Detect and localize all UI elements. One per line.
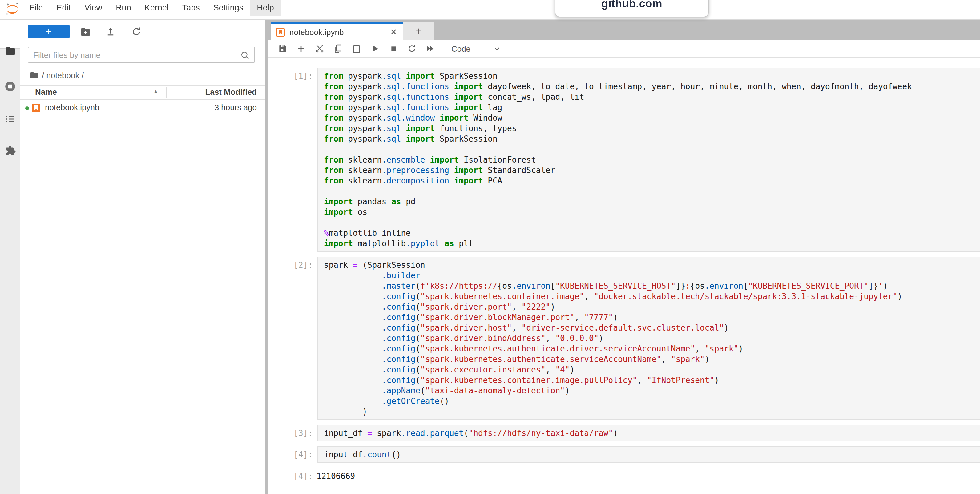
upload-button[interactable]	[105, 27, 116, 38]
code-cell: [3]:input_df = spark.read.parquet("hdfs:…	[268, 425, 980, 442]
code-line: input_df = spark.read.parquet("hdfs://hd…	[324, 428, 980, 438]
paste-icon	[352, 44, 361, 54]
notebook-cells-area: [1]:from pyspark.sql import SparkSession…	[268, 58, 980, 494]
code-line: from sklearn.preprocessing import Standa…	[324, 165, 980, 175]
code-line	[324, 217, 980, 228]
code-line: .config("spark.driver.blockManager.port"…	[324, 312, 980, 322]
copy-icon	[333, 44, 343, 54]
input-prompt: [2]:	[268, 257, 317, 420]
paste-cells-button[interactable]	[352, 44, 361, 54]
menu-item-tabs[interactable]: Tabs	[175, 0, 207, 16]
cell-editor[interactable]: spark = (SparkSession .builder .master(f…	[317, 257, 980, 420]
refresh-file-list-button[interactable]	[130, 27, 142, 38]
code-line: .config("spark.kubernetes.container.imag…	[324, 291, 980, 302]
main-layout: +	[0, 20, 980, 494]
popup-domain-text: github.com	[601, 0, 662, 10]
code-line: .master(f'k8s://https://{os.environ["KUB…	[324, 281, 980, 291]
restart-icon	[407, 44, 417, 54]
notebook-tab-icon	[276, 27, 285, 37]
code-line: from sklearn.ensemble import IsolationFo…	[324, 154, 980, 165]
column-header-name[interactable]: Name	[35, 87, 57, 97]
stop-circle-icon	[4, 80, 16, 92]
menu-item-file[interactable]: File	[23, 0, 50, 16]
menu-item-kernel[interactable]: Kernel	[138, 0, 175, 16]
filter-files-box	[28, 47, 255, 63]
code-line: from pyspark.sql import functions, types	[324, 123, 980, 133]
sidebar-tab-file-browser[interactable]	[0, 41, 20, 61]
jupyterlab-window: File Edit View Run Kernel Tabs Settings …	[0, 0, 980, 494]
plus-icon	[296, 44, 306, 54]
panel-resizer[interactable]	[266, 20, 268, 494]
cell-editor[interactable]: input_df = spark.read.parquet("hdfs://hd…	[317, 425, 980, 442]
run-cell-button[interactable]	[370, 44, 380, 54]
code-line: import os	[324, 207, 980, 217]
code-line: .getOrCreate()	[324, 396, 980, 406]
input-prompt: [4]:	[268, 446, 317, 463]
cell-editor[interactable]: from pyspark.sql import SparkSessionfrom…	[317, 68, 980, 252]
sidebar-tab-extensions[interactable]	[0, 141, 20, 160]
menu-item-help[interactable]: Help	[250, 0, 281, 16]
add-cell-button[interactable]	[296, 44, 306, 54]
code-line: from pyspark.sql import SparkSession	[324, 71, 980, 81]
column-header-last-modified[interactable]: Last Modified	[205, 87, 257, 97]
save-icon	[278, 44, 288, 54]
code-line: from pyspark.sql.window import Window	[324, 113, 980, 123]
code-line: input_df.count()	[324, 450, 980, 460]
tab-notebook[interactable]: notebook.ipynb ✕	[271, 22, 403, 40]
new-launcher-button[interactable]: +	[28, 25, 70, 38]
new-folder-button[interactable]	[80, 27, 91, 38]
tab-title: notebook.ipynb	[290, 27, 389, 37]
file-last-modified: 3 hours ago	[215, 103, 257, 112]
home-folder-icon	[30, 70, 39, 80]
dock-tab-bar: notebook.ipynb ✕ +	[268, 20, 980, 40]
code-line: import matplotlib.pyplot as plt	[324, 238, 980, 249]
menu-item-settings[interactable]: Settings	[207, 0, 250, 16]
sidebar-tab-running-kernels[interactable]	[0, 76, 20, 96]
notebook-toolbar: Code	[268, 40, 980, 58]
cut-cells-button[interactable]	[315, 44, 325, 54]
chevron-down-icon[interactable]	[493, 44, 501, 53]
breadcrumb[interactable]: / notebook /	[30, 70, 84, 81]
code-line: spark = (SparkSession	[324, 260, 980, 270]
search-icon	[240, 50, 251, 61]
breadcrumb-path: / notebook /	[42, 70, 84, 80]
output-prompt: [4]:	[268, 468, 317, 481]
activity-bar	[0, 20, 20, 494]
new-tab-button[interactable]: +	[403, 22, 434, 40]
cell-editor[interactable]: input_df.count()	[317, 446, 980, 463]
code-line: import pandas as pd	[324, 196, 980, 207]
interrupt-kernel-button[interactable]	[388, 44, 398, 54]
tab-close-button[interactable]: ✕	[389, 27, 398, 37]
code-line: .builder	[324, 270, 980, 281]
code-line	[324, 144, 980, 154]
file-row-notebook[interactable]: notebook.ipynb 3 hours ago	[20, 100, 266, 116]
file-name: notebook.ipynb	[45, 103, 99, 112]
folder-icon	[5, 46, 16, 57]
menu-item-run[interactable]: Run	[109, 0, 138, 16]
filter-files-input[interactable]	[33, 48, 237, 62]
code-line: from pyspark.sql.functions import dayofw…	[324, 81, 980, 92]
restart-kernel-button[interactable]	[407, 44, 417, 54]
list-icon	[5, 114, 15, 124]
cell-type-dropdown[interactable]: Code	[451, 44, 471, 53]
menu-bar: File Edit View Run Kernel Tabs Settings …	[0, 0, 980, 20]
code-line: .config("spark.kubernetes.authenticate.d…	[324, 343, 980, 354]
output-text: 12106669	[317, 468, 355, 481]
restart-run-all-button[interactable]	[425, 44, 435, 54]
sidebar-tab-table-of-contents[interactable]	[0, 109, 20, 129]
code-line: from sklearn.decomposition import PCA	[324, 175, 980, 186]
fast-forward-icon	[425, 44, 435, 54]
menu-item-view[interactable]: View	[78, 0, 109, 16]
code-line	[324, 186, 980, 196]
file-list-header: Name ▲ Last Modified	[20, 86, 266, 100]
new-folder-icon	[80, 27, 91, 38]
save-button[interactable]	[278, 44, 288, 54]
menu-item-edit[interactable]: Edit	[50, 0, 78, 16]
notebook-file-icon	[32, 103, 41, 113]
input-prompt: [3]:	[268, 425, 317, 442]
code-line: .config("spark.kubernetes.container.imag…	[324, 375, 980, 385]
copy-cells-button[interactable]	[333, 44, 343, 54]
code-cell: [1]:from pyspark.sql import SparkSession…	[268, 68, 980, 252]
jupyter-logo-icon	[6, 2, 19, 16]
file-browser-panel: +	[20, 20, 266, 494]
